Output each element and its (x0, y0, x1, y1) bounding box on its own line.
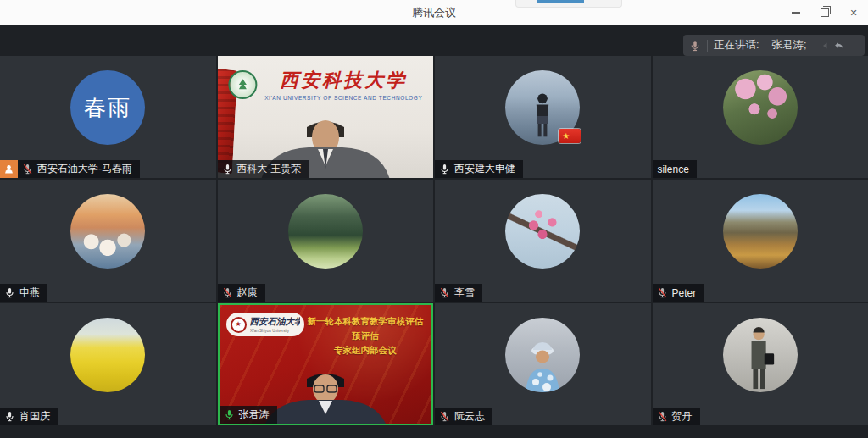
participant-name: silence (658, 164, 689, 175)
avatar-initials: 春雨 (84, 93, 131, 123)
figure-back-view (527, 91, 558, 141)
participant-tile[interactable]: 申燕 (0, 180, 216, 302)
nameplate: 西科大-王贵荣 (218, 160, 309, 178)
participant-name: 贺丹 (672, 409, 693, 424)
mic-muted-icon (222, 287, 233, 298)
participant-tile[interactable]: 李雪 (435, 180, 651, 302)
photo-avatar (70, 318, 145, 392)
meeting-stage: 正在讲话: 张君涛; 春雨 西安石油大学-马春雨 (0, 25, 868, 438)
photo-avatar (505, 194, 580, 269)
university-seal-icon: ★ (231, 317, 247, 333)
speaking-label: 正在讲话: (714, 38, 759, 53)
avatar (505, 318, 580, 392)
participant-tile[interactable]: 阮云志 (435, 303, 651, 425)
university-logo-panel: ★ 西安石油大学 Xi'an Shiyou University (226, 313, 304, 336)
university-backdrop: 西安科技大学 XI'AN UNIVERSITY OF SCIENCE AND T… (228, 68, 422, 101)
restore-button[interactable] (810, 0, 839, 25)
participant-tile[interactable]: 贺丹 (653, 303, 868, 425)
mic-muted-icon (22, 164, 33, 175)
window-titlebar: 腾讯会议 ✕ (0, 0, 868, 25)
mic-on-icon (4, 411, 15, 422)
photo-avatar (288, 194, 363, 269)
china-flag-badge: ★ (559, 129, 581, 143)
nameplate: 西安建大申健 (435, 160, 523, 178)
close-button[interactable]: ✕ (839, 0, 868, 25)
speaking-indicator-bar[interactable]: 正在讲话: 张君涛; (683, 35, 865, 56)
avatar (723, 318, 798, 392)
nameplate: 赵康 (218, 284, 265, 302)
photo-avatar (723, 70, 798, 145)
participant-tile[interactable]: ★ 西安建大申健 (435, 56, 651, 178)
participant-name: 西安建大申健 (454, 162, 515, 176)
participant-tile[interactable]: 西安科技大学 XI'AN UNIVERSITY OF SCIENCE AND T… (218, 56, 434, 178)
mic-muted-icon (657, 411, 668, 422)
participant-name: 张君涛 (239, 408, 270, 422)
nameplate: silence (653, 160, 697, 178)
person-icon (3, 164, 14, 175)
participant-tile[interactable]: 春雨 西安石油大学-马春雨 (0, 56, 216, 178)
photo-avatar (70, 194, 145, 269)
meeting-banner: 新一轮本科教育教学审核评估预评估 专家组内部会议 (304, 314, 427, 357)
mic-muted-icon (657, 287, 668, 298)
reply-arrow-icon[interactable] (832, 39, 845, 52)
minimize-button[interactable] (782, 0, 810, 25)
host-badge (0, 160, 18, 178)
window-controls: ✕ (782, 0, 868, 25)
minimize-icon (792, 12, 800, 14)
university-name-en: XI'AN UNIVERSITY OF SCIENCE AND TECHNOLO… (264, 95, 422, 101)
university-name-en: Xi'an Shiyou University (250, 328, 295, 332)
mic-on-icon (222, 164, 233, 175)
photo-avatar (723, 194, 798, 269)
avatar (70, 318, 145, 392)
participant-name: 李雪 (454, 286, 475, 300)
participant-name: 肖国庆 (19, 409, 50, 424)
mic-muted-icon (439, 411, 450, 422)
avatar (723, 194, 798, 269)
avatar (723, 70, 798, 145)
avatar: 春雨 (70, 70, 145, 145)
figure-standing-man (741, 326, 780, 391)
speaking-speaker-name: 张君涛; (771, 38, 806, 53)
participant-name: 西科大-王贵荣 (237, 162, 302, 176)
participant-name: 赵康 (237, 286, 258, 300)
window-title: 腾讯会议 (412, 5, 456, 20)
participant-tile[interactable]: 肖国庆 (0, 303, 216, 425)
avatar: ★ (505, 70, 580, 145)
nameplate: 阮云志 (435, 408, 492, 425)
participant-name: 申燕 (19, 286, 40, 300)
participant-name: 西安石油大学-马春雨 (37, 162, 132, 176)
university-name-cn: 西安石油大学 (250, 316, 300, 328)
university-seal-icon (228, 70, 257, 99)
participant-tile[interactable]: silence (653, 56, 868, 178)
participant-name: 阮云志 (454, 409, 485, 424)
collapse-left-icon[interactable] (821, 41, 831, 51)
figure-tiedye-man (515, 340, 570, 392)
participant-name: Peter (672, 287, 697, 299)
nameplate: 李雪 (435, 284, 482, 302)
microphone-icon (689, 40, 701, 52)
university-name-cn: 西安科技大学 (280, 68, 407, 93)
participant-tile[interactable]: 赵康 (218, 180, 434, 302)
avatar (288, 194, 363, 269)
banner-line-2: 专家组内部会议 (304, 343, 427, 358)
avatar (505, 194, 580, 269)
nameplate: 申燕 (0, 284, 47, 302)
pine-tree-icon (235, 77, 250, 92)
participant-tile[interactable]: Peter (653, 180, 868, 302)
mic-muted-icon (439, 287, 450, 298)
divider (707, 40, 708, 52)
mic-on-icon (439, 164, 450, 175)
nameplate: 贺丹 (653, 408, 700, 425)
participant-grid: 春雨 西安石油大学-马春雨 西安科技大学 (0, 56, 868, 425)
photo-avatar (505, 318, 580, 392)
avatar (70, 194, 145, 269)
participant-tile-active-speaker[interactable]: ★ 西安石油大学 Xi'an Shiyou University 新一轮本科教育… (218, 303, 434, 425)
photo-avatar (723, 318, 798, 392)
restore-icon (821, 8, 829, 17)
nameplate: 肖国庆 (0, 408, 58, 425)
nameplate: Peter (653, 284, 704, 302)
banner-line-1: 新一轮本科教育教学审核评估预评估 (304, 314, 427, 343)
nameplate: 西安石油大学-马春雨 (18, 160, 140, 178)
close-icon: ✕ (849, 8, 857, 19)
mic-on-icon (4, 287, 15, 298)
